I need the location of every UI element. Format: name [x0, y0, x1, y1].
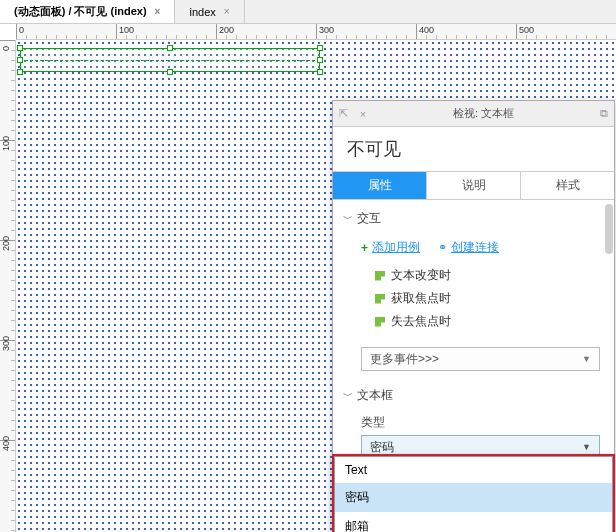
event-icon	[375, 294, 385, 304]
tab-dynamic-panel[interactable]: (动态面板) / 不可见 (index) ×	[0, 0, 175, 23]
resize-handle[interactable]	[317, 57, 323, 63]
resize-handle[interactable]	[17, 57, 23, 63]
resize-handle[interactable]	[167, 45, 173, 51]
event-label: 文本改变时	[391, 267, 451, 284]
create-link[interactable]: ⚭ 创建连接	[438, 239, 499, 256]
type-field-label: 类型	[333, 408, 614, 435]
tab-index[interactable]: index ×	[175, 0, 244, 23]
event-label: 获取焦点时	[391, 290, 451, 307]
event-label: 失去焦点时	[391, 313, 451, 330]
chevron-down-icon: ▼	[582, 442, 591, 452]
event-icon	[375, 317, 385, 327]
widget-divider	[25, 60, 315, 61]
section-interaction[interactable]: ﹀ 交互	[333, 206, 614, 231]
element-name-field[interactable]: 不可见	[333, 127, 614, 172]
ruler-vertical: 0100200300400	[0, 40, 16, 532]
resize-handle[interactable]	[317, 45, 323, 51]
close-icon[interactable]: ×	[224, 6, 230, 17]
event-blur[interactable]: 失去焦点时	[375, 310, 614, 333]
more-events-dropdown[interactable]: 更多事件>>> ▼	[361, 347, 600, 371]
chevron-down-icon: ﹀	[343, 212, 353, 226]
add-case-link[interactable]: + 添加用例	[361, 239, 420, 256]
tab-properties[interactable]: 属性	[333, 172, 427, 199]
event-text-change[interactable]: 文本改变时	[375, 264, 614, 287]
close-icon[interactable]: ×	[353, 108, 373, 120]
resize-handle[interactable]	[17, 69, 23, 75]
tab-style[interactable]: 样式	[521, 172, 614, 199]
link-icon: ⚭	[438, 241, 447, 254]
scrollbar-thumb[interactable]	[605, 204, 613, 254]
type-select-value: 密码	[370, 439, 394, 456]
tab-label: (动态面板) / 不可见 (index)	[14, 4, 147, 19]
tab-description[interactable]: 说明	[427, 172, 521, 199]
event-focus[interactable]: 获取焦点时	[375, 287, 614, 310]
link-label: 添加用例	[372, 239, 420, 256]
dropdown-option-text[interactable]: Text	[335, 457, 612, 483]
chevron-down-icon: ﹀	[343, 389, 353, 403]
inspector-tabs: 属性 说明 样式	[333, 172, 614, 200]
more-events-label: 更多事件>>>	[370, 351, 439, 368]
inspector-header: ⇱ × 检视: 文本框 ⧉	[333, 101, 614, 127]
resize-handle[interactable]	[167, 69, 173, 75]
plus-icon: +	[361, 241, 368, 255]
close-icon[interactable]: ×	[155, 6, 161, 17]
section-label: 交互	[357, 210, 381, 227]
chevron-down-icon: ▼	[582, 354, 591, 364]
tab-label: index	[189, 6, 215, 18]
section-textbox[interactable]: ﹀ 文本框	[333, 383, 614, 408]
pin-icon[interactable]: ⇱	[333, 107, 353, 120]
dropdown-option-email[interactable]: 邮箱	[335, 512, 612, 532]
resize-handle[interactable]	[17, 45, 23, 51]
dropdown-option-password[interactable]: 密码	[335, 483, 612, 512]
event-icon	[375, 271, 385, 281]
resize-handle[interactable]	[317, 69, 323, 75]
inspector-title: 检视: 文本框	[373, 106, 594, 121]
section-label: 文本框	[357, 387, 393, 404]
undock-icon[interactable]: ⧉	[594, 107, 614, 120]
event-list: 文本改变时 获取焦点时 失去焦点时	[333, 260, 614, 341]
ruler-horizontal: 0100200300400500	[16, 24, 616, 40]
type-dropdown: Text 密码 邮箱 Number	[332, 454, 615, 532]
document-tabs: (动态面板) / 不可见 (index) × index ×	[0, 0, 616, 24]
selected-widget[interactable]	[20, 48, 320, 72]
link-label: 创建连接	[451, 239, 499, 256]
